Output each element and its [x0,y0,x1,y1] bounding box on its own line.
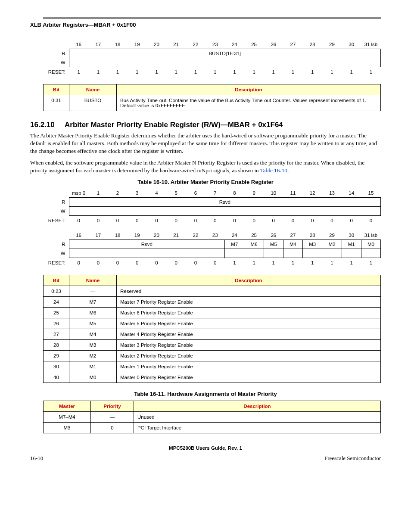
field-m4: M4 [283,240,302,249]
body-text: The Arbiter Master Priority Enable Regis… [30,132,381,155]
reg-busto-lower: 16171819 20212223 24252627 28293031 lsb … [43,40,381,76]
reg-prienable-upper: msb 0123 4567 891011 12131415 R Rsvd W R… [43,189,381,225]
table-hw-priority: Master Priority Description M7–M4—Unused… [43,401,381,433]
body-text: When enabled, the software programmable … [30,159,381,174]
table-row: M7–M4—Unused [44,412,381,423]
field-m1: M1 [342,240,361,249]
table-row: 40M0Master 0 Priority Register Enable [44,372,381,383]
field-m7: M7 [225,240,244,249]
table-row: 25M6Master 6 Priority Register Enable [44,308,381,318]
footer-doc-title: MPC5200B Users Guide, Rev. 1 [30,445,381,451]
table-link[interactable]: Table 16-10 [260,167,287,174]
field-m0: M0 [361,240,380,249]
section-heading: 16.2.10Arbiter Master Priority Enable Re… [30,121,381,129]
table-row: 30M1Master 1 Priority Register Enable [44,361,381,372]
footer-company: Freescale Semiconductor [324,455,381,462]
running-header: XLB Arbiter Registers—MBAR + 0x1F00 [30,22,381,28]
reg-prienable-lower: 16171819 20212223 24252627 28293031 lsb … [43,231,381,267]
table-row: 26M5Master 5 Priority Register Enable [44,318,381,329]
top-rule [43,17,381,19]
field-rsvd: Rsvd [69,198,381,207]
field-m3: M3 [303,240,322,249]
table-prienable-def: Bit Name Description 0:23—Reserved 24M7M… [43,275,381,383]
table-title: Table 16-11. Hardware Assignments of Mas… [30,391,381,397]
table-row: 0:23—Reserved [44,286,381,297]
field-m6: M6 [244,240,264,249]
field-m2: M2 [322,240,342,249]
table-title: Table 16-10. Arbiter Master Priority Ena… [30,179,381,185]
page-number: 16-10 [30,455,43,462]
table-busto-def: Bit Name Description 0:31 BUSTO Bus Acti… [43,84,381,111]
field-rsvd: Rsvd [69,240,225,249]
table-row: 28M3Master 3 Priority Register Enable [44,340,381,351]
table-row: 29M2Master 2 Priority Register Enable [44,351,381,361]
field-busto: BUSTO[16:31] [69,49,381,58]
table-row: 0:31 BUSTO Bus Activity Time-out. Contai… [44,95,381,111]
table-row: M30PCI Target Interface [44,423,381,433]
field-m5: M5 [264,240,283,249]
table-row: 27M4Master 4 Priority Register Enable [44,329,381,340]
table-row: 24M7Master 7 Priority Register Enable [44,297,381,308]
